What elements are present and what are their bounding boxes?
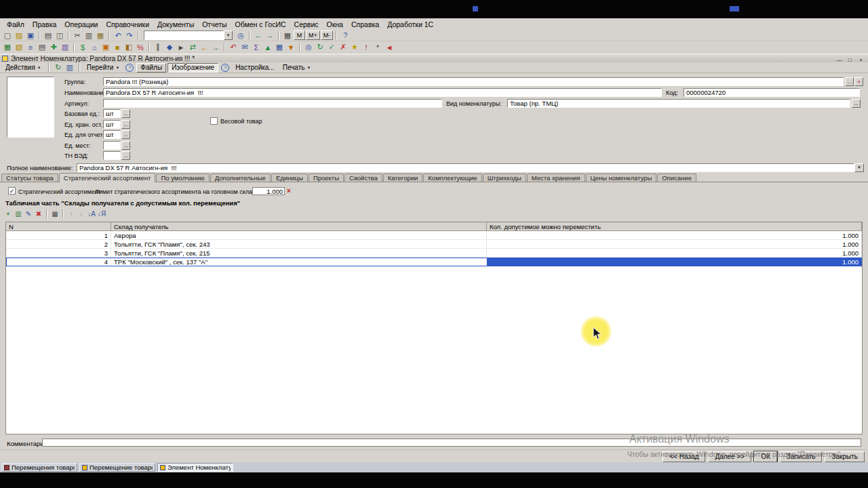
menu-item-Файл[interactable]: Файл	[3, 20, 28, 29]
tab-Дополнительные[interactable]: Дополнительные	[210, 174, 271, 182]
report-unit-input[interactable]	[103, 130, 121, 139]
find-icon[interactable]: ◎	[235, 30, 246, 41]
copy-row-icon[interactable]: ▥	[14, 209, 23, 218]
settings-icon[interactable]: *	[372, 42, 383, 52]
memory-plus-button[interactable]: M+	[306, 30, 320, 40]
save-icon[interactable]: ▣	[25, 30, 36, 41]
actions-menu-button[interactable]: Действия ▼	[2, 63, 45, 73]
help-icon[interactable]: ?	[340, 30, 351, 41]
cut-icon[interactable]: ✂	[72, 30, 83, 41]
back-button[interactable]: << Назад	[663, 451, 705, 462]
new-document-icon[interactable]: ▢	[2, 30, 13, 41]
taskbar-item[interactable]: Перемещение товаров: тов...	[79, 463, 155, 472]
scales-icon[interactable]: ◆	[164, 42, 175, 52]
places-unit-input[interactable]	[103, 141, 121, 150]
kind-input[interactable]	[507, 99, 850, 108]
catalog-icon[interactable]: ▦	[2, 42, 13, 52]
limit-clear-button[interactable]: ×	[287, 187, 291, 195]
item-image-box[interactable]	[7, 77, 54, 138]
menu-item-Операции[interactable]: Операции	[60, 20, 102, 29]
sort-asc-icon[interactable]: ↓А	[87, 209, 96, 218]
alert-icon[interactable]: !	[361, 42, 372, 52]
paste-icon[interactable]: ▦	[95, 30, 106, 41]
bank-icon[interactable]: ⌂	[89, 42, 100, 52]
tab-Свойства[interactable]: Свойства	[344, 174, 382, 182]
menu-item-Правка[interactable]: Правка	[28, 20, 60, 29]
tnved-select-button[interactable]: ...	[121, 151, 130, 160]
goods-icon[interactable]: ■	[112, 42, 123, 52]
weight-checkbox[interactable]: ✓	[210, 117, 218, 125]
star-icon[interactable]: ★	[349, 42, 360, 52]
ok-button[interactable]: ОК	[754, 451, 777, 462]
tab-Штрихкоды[interactable]: Штрихкоды	[483, 174, 526, 182]
edit-row-icon[interactable]: ✎	[24, 209, 33, 218]
goto-menu-button[interactable]: Перейти ▼	[83, 63, 123, 73]
undo-icon[interactable]: ↶	[113, 30, 123, 41]
toolbar-combo-input[interactable]	[144, 30, 224, 40]
calculator-icon[interactable]: ▦	[282, 30, 293, 41]
kind-select-button[interactable]: ...	[852, 99, 861, 108]
transfer-icon[interactable]: ⇄	[187, 42, 198, 52]
print-icon[interactable]: ▤	[43, 30, 54, 41]
print-menu-button[interactable]: Печать ▼	[279, 63, 315, 73]
article-input[interactable]	[103, 99, 442, 108]
money-icon[interactable]: $	[77, 42, 88, 52]
open-icon[interactable]: ▨	[14, 30, 24, 41]
move-up-icon[interactable]: ↑	[66, 209, 76, 218]
document-icon[interactable]: ▤	[37, 42, 47, 52]
storage-unit-input[interactable]	[103, 120, 121, 129]
reread-icon[interactable]: ↻	[53, 62, 64, 73]
tab-Проекты[interactable]: Проекты	[309, 174, 344, 182]
strategic-flag-checkbox[interactable]: ✓	[8, 187, 16, 195]
back-icon[interactable]: ←	[253, 30, 264, 41]
group-input[interactable]	[103, 77, 844, 86]
taskbar-item[interactable]: Перемещения товаров	[1, 463, 77, 472]
memory-minus-button[interactable]: M-	[321, 30, 334, 40]
table-row[interactable]: 1Аврора1.000	[6, 231, 862, 240]
print-preview-icon[interactable]: ◫	[54, 30, 65, 41]
next-button[interactable]: Далее >>	[708, 451, 751, 462]
taskbar-item[interactable]: Элемент Номенклатура: Ра...	[157, 463, 233, 472]
new-item-icon[interactable]: ✚	[48, 42, 59, 52]
help-icon[interactable]: ?	[125, 64, 134, 72]
list-icon[interactable]: ≡	[25, 42, 36, 52]
column-header-qty[interactable]: Кол. допустимое можно переместить	[487, 222, 862, 231]
base-unit-input[interactable]	[103, 109, 121, 118]
copy-icon[interactable]: ▥	[83, 30, 94, 41]
sale-icon[interactable]: →	[210, 42, 221, 52]
base-unit-select-button[interactable]: ...	[121, 109, 130, 118]
search-icon[interactable]: ◎	[303, 42, 314, 52]
return-icon[interactable]: ↶	[228, 42, 239, 52]
tnved-input[interactable]	[103, 151, 121, 160]
delete-row-icon[interactable]: ✖	[34, 209, 43, 218]
exit-icon[interactable]: ◄	[384, 42, 395, 52]
group-clear-button[interactable]: ×	[854, 77, 863, 86]
barcode-icon[interactable]: ∥	[153, 42, 163, 52]
journal-icon[interactable]: ▥	[60, 42, 71, 52]
settings-button[interactable]: Настройка...	[232, 63, 278, 73]
table-row[interactable]: 4ТРК "Московский" , сек. 137 "А"1.000	[6, 258, 862, 266]
copy-icon[interactable]: ▥	[64, 62, 75, 73]
menu-item-Сервис[interactable]: Сервис	[290, 20, 323, 29]
menu-item-Доработки 1С[interactable]: Доработки 1С	[383, 20, 437, 29]
end-edit-icon[interactable]: ▦	[50, 209, 60, 218]
menu-item-Окна[interactable]: Окна	[323, 20, 347, 29]
limit-input[interactable]	[252, 187, 285, 195]
chart-icon[interactable]: ▲	[262, 42, 273, 52]
info-icon[interactable]: ?	[221, 64, 229, 72]
menu-item-Справочники[interactable]: Справочники	[102, 20, 153, 29]
combo-dropdown-icon[interactable]: ▼	[224, 30, 233, 40]
tab-Категории[interactable]: Категории	[383, 174, 423, 182]
box-icon[interactable]: ◧	[123, 42, 134, 52]
name-input[interactable]	[103, 88, 662, 97]
tab-Стратегический ассортимент[interactable]: Стратегический ассортимент	[59, 173, 156, 182]
tab-Описание[interactable]: Описание	[657, 174, 696, 182]
price-icon[interactable]: %	[135, 42, 146, 52]
full-name-input[interactable]	[77, 163, 854, 172]
purchase-icon[interactable]: ←	[199, 42, 210, 52]
code-input[interactable]	[684, 88, 860, 97]
report-icon[interactable]: Σ	[251, 42, 262, 52]
files-button[interactable]: Файлы	[136, 63, 166, 73]
approve-icon[interactable]: ✓	[326, 42, 337, 52]
table-row[interactable]: 2Тольятти, ГСК "Пламя", сек. 2431.000	[6, 240, 862, 249]
